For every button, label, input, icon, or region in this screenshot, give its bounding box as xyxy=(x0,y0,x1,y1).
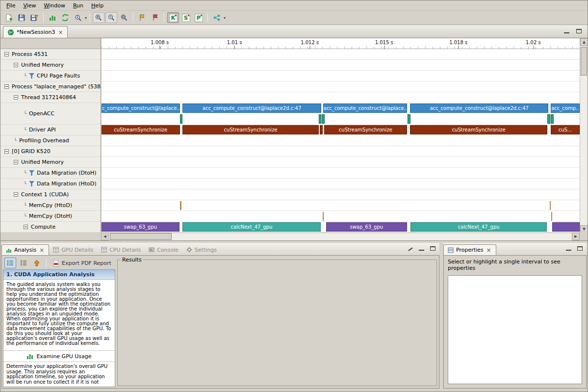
guided-analysis-button[interactable] xyxy=(211,12,223,23)
analysis-dropdown-arrow-icon[interactable]: ▾ xyxy=(224,16,226,20)
tree-row-memcpy-htod[interactable]: MemCpy (HtoD) xyxy=(0,200,101,211)
tree-row-cpu-page-faults[interactable]: CPU Page Faults xyxy=(0,71,101,81)
tree-row-data-migration-htod[interactable]: Data Migration (HtoD) xyxy=(0,179,101,189)
guided-mode-button[interactable] xyxy=(4,258,16,268)
interval-tick[interactable] xyxy=(551,212,552,221)
close-icon[interactable] xyxy=(57,29,63,35)
interval-mark[interactable] xyxy=(408,114,410,124)
menu-window[interactable]: Window xyxy=(40,1,69,10)
track-row-unified-memory-gpu[interactable] xyxy=(102,157,580,168)
minimize-button[interactable] xyxy=(563,28,570,34)
track-row-memcpy-htod[interactable] xyxy=(102,200,580,211)
filter-icon[interactable] xyxy=(29,181,34,186)
collapse-icon[interactable] xyxy=(4,52,9,56)
tab-settings[interactable]: Settings xyxy=(182,244,221,255)
interval-acc-compute-construct-laplace[interactable]: acc_compute_construct@laplace... xyxy=(323,104,408,113)
track-row-process-laplace-managed[interactable] xyxy=(102,81,580,92)
new-session-button[interactable] xyxy=(3,12,15,23)
interval-custreamsynchronize[interactable]: cuStreamSynchronize xyxy=(410,125,547,134)
interval-calcnext-47-gpu[interactable]: calcNext_47_gpu xyxy=(410,222,547,232)
track-row-thread-3172140864[interactable] xyxy=(102,92,580,103)
scroll-right-arrow[interactable]: ▶ xyxy=(572,233,580,240)
track-row-driver-api[interactable]: cuStreamSynchronizecuStreamSynchronizecu… xyxy=(102,125,580,135)
interval-mark[interactable] xyxy=(180,114,183,124)
tree-row-openacc[interactable]: OpenACC xyxy=(0,103,101,125)
interval-mark[interactable] xyxy=(547,114,550,124)
horizontal-scrollbar[interactable]: ◀ ▶ xyxy=(101,233,580,240)
scroll-left-arrow[interactable]: ◀ xyxy=(101,233,109,240)
interval-custreamsynchronize[interactable]: cuStreamSynchronize xyxy=(102,125,180,134)
interval-swap-63-gpu[interactable]: swap_63_gpu xyxy=(326,222,407,232)
maximize-button[interactable] xyxy=(429,245,436,252)
interval-purple[interactable] xyxy=(552,222,580,232)
next-marker-button[interactable] xyxy=(149,12,161,23)
menu-file[interactable]: File xyxy=(2,1,19,10)
vertical-scroll-thumb[interactable] xyxy=(581,47,587,76)
interval-calcnext-47-gpu[interactable]: calcNext_47_gpu xyxy=(182,222,320,232)
track-row-openacc[interactable]: c_compute_construct@laplace...acc_comput… xyxy=(102,103,580,125)
prev-marker-button[interactable] xyxy=(136,12,148,23)
track-row-compute[interactable]: swap_63_gpucalcNext_47_gpuswap_63_gpucal… xyxy=(102,222,580,233)
tree-row-context-1-cuda[interactable]: Context 1 (CUDA) xyxy=(0,189,101,200)
menu-help[interactable]: Help xyxy=(87,1,107,10)
interval-custreamsynchronize[interactable]: cuStreamSynchronize xyxy=(182,125,318,134)
interval-tick[interactable] xyxy=(323,212,324,221)
minimize-button[interactable] xyxy=(418,245,425,252)
scroll-up-arrow[interactable]: ▲ xyxy=(580,38,588,46)
perf-timeline-toggle[interactable]: P xyxy=(193,12,205,23)
tab-analysis[interactable]: Analysis xyxy=(1,244,49,255)
interval-swap-63-gpu[interactable]: swap_63_gpu xyxy=(102,222,179,232)
kernel-timeline-toggle[interactable]: K xyxy=(167,12,179,23)
tree-row-memcpy-dtoh[interactable]: MemCpy (DtoH) xyxy=(0,211,101,222)
save-as-button[interactable] xyxy=(28,12,40,23)
collapse-icon[interactable] xyxy=(14,95,18,100)
collapse-icon[interactable] xyxy=(4,84,9,89)
session-tab[interactable]: *NewSession3 xyxy=(3,26,68,38)
maximize-button[interactable] xyxy=(575,28,583,34)
tree-row-thread-3172140864[interactable]: Thread 3172140864 xyxy=(0,92,101,103)
track-row-data-migration-dtoh[interactable] xyxy=(102,168,580,179)
zoom-in-button[interactable] xyxy=(93,12,104,23)
track-row-profiling-overhead[interactable] xyxy=(102,135,580,146)
tree-row-unified-memory-cpu[interactable]: Unified Memory xyxy=(0,60,101,71)
track-row-context-1-cuda[interactable] xyxy=(102,189,580,200)
interval-custreamsynchronize[interactable]: cuStreamSynchronize xyxy=(324,125,407,134)
interval-tick[interactable] xyxy=(550,201,551,210)
settings-dropdown-arrow-icon[interactable]: ▾ xyxy=(85,16,87,20)
collapse-icon[interactable] xyxy=(24,225,28,229)
vertical-scrollbar[interactable]: ▲ ▼ xyxy=(580,38,588,233)
tab-gpu-details[interactable]: GPU Details xyxy=(49,244,97,255)
interval-driver[interactable] xyxy=(320,125,323,134)
tab-console[interactable]: Console xyxy=(145,244,182,255)
tree-row-process-4531[interactable]: Process 4531 xyxy=(0,49,101,60)
collapse-icon[interactable] xyxy=(14,192,18,197)
menu-view[interactable]: View xyxy=(19,1,40,10)
tree-row-driver-api[interactable]: Driver API xyxy=(0,125,101,135)
track-row-data-migration-htod[interactable] xyxy=(102,179,580,189)
tree-row-unified-memory-gpu[interactable]: Unified Memory xyxy=(0,157,101,168)
track-row-grid-k520[interactable] xyxy=(102,146,580,157)
zoom-out-button[interactable] xyxy=(105,12,117,23)
export-pdf-button[interactable]: Export PDF Report xyxy=(50,259,114,268)
close-icon[interactable] xyxy=(486,247,492,253)
interval-acc-compute-construct-laplace2d-c-47[interactable]: acc_compute_construct@laplace2d.c:47 xyxy=(410,104,548,113)
filter-icon[interactable] xyxy=(29,170,34,176)
close-icon[interactable] xyxy=(39,247,45,253)
filter-icon[interactable] xyxy=(29,73,34,78)
maximize-button[interactable] xyxy=(576,245,584,252)
tree-row-data-migration-dtoh[interactable]: Data Migration (DtoH) xyxy=(0,168,101,179)
sync-timeline-toggle[interactable]: S xyxy=(180,12,192,23)
minimize-button[interactable] xyxy=(565,245,572,252)
settings-button[interactable] xyxy=(72,12,84,23)
tree-row-process-laplace-managed[interactable]: Process "laplace_managed" (538) xyxy=(0,81,101,92)
track-row-cpu-page-faults[interactable] xyxy=(102,71,580,81)
horizontal-scroll-thumb[interactable] xyxy=(110,233,172,240)
scroll-down-arrow[interactable]: ▼ xyxy=(580,225,588,233)
profile-application-button[interactable] xyxy=(47,12,58,23)
interval-mark[interactable] xyxy=(322,114,325,124)
reset-data-button[interactable] xyxy=(59,12,71,23)
fit-timeline-button[interactable] xyxy=(118,12,130,23)
tree-row-profiling-overhead[interactable]: Profiling Overhead xyxy=(0,135,101,146)
interval-mark[interactable] xyxy=(319,114,322,124)
tree-row-grid-k520[interactable]: [0] GRID K520 xyxy=(0,146,101,157)
